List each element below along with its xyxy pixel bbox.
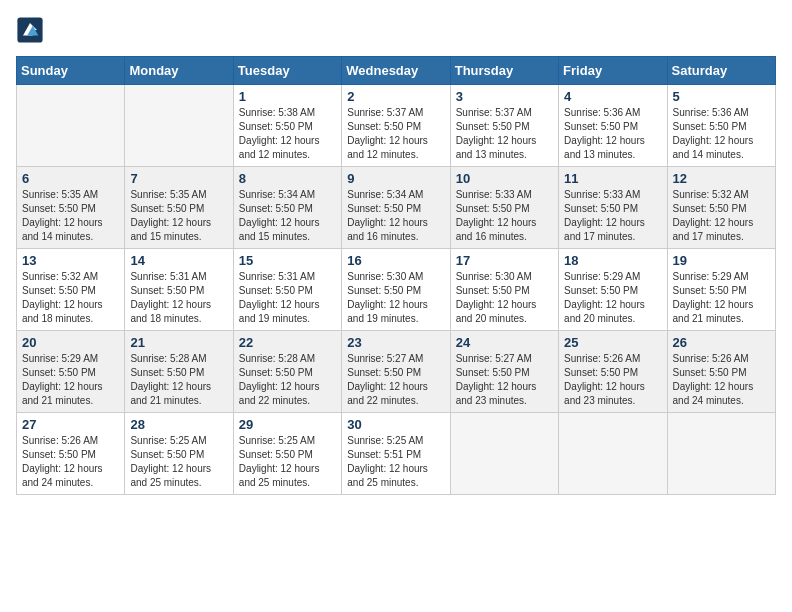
day-number: 18 xyxy=(564,253,661,268)
day-info: Sunrise: 5:36 AM Sunset: 5:50 PM Dayligh… xyxy=(564,106,661,162)
day-info: Sunrise: 5:33 AM Sunset: 5:50 PM Dayligh… xyxy=(564,188,661,244)
calendar-header-row: SundayMondayTuesdayWednesdayThursdayFrid… xyxy=(17,57,776,85)
day-number: 10 xyxy=(456,171,553,186)
calendar-day-cell: 9Sunrise: 5:34 AM Sunset: 5:50 PM Daylig… xyxy=(342,167,450,249)
day-number: 4 xyxy=(564,89,661,104)
day-info: Sunrise: 5:29 AM Sunset: 5:50 PM Dayligh… xyxy=(564,270,661,326)
day-number: 25 xyxy=(564,335,661,350)
day-info: Sunrise: 5:34 AM Sunset: 5:50 PM Dayligh… xyxy=(239,188,336,244)
day-number: 30 xyxy=(347,417,444,432)
calendar-day-cell: 7Sunrise: 5:35 AM Sunset: 5:50 PM Daylig… xyxy=(125,167,233,249)
calendar-day-cell: 23Sunrise: 5:27 AM Sunset: 5:50 PM Dayli… xyxy=(342,331,450,413)
day-info: Sunrise: 5:37 AM Sunset: 5:50 PM Dayligh… xyxy=(456,106,553,162)
calendar-week-row: 27Sunrise: 5:26 AM Sunset: 5:50 PM Dayli… xyxy=(17,413,776,495)
weekday-header: Sunday xyxy=(17,57,125,85)
calendar-day-cell: 2Sunrise: 5:37 AM Sunset: 5:50 PM Daylig… xyxy=(342,85,450,167)
weekday-header: Friday xyxy=(559,57,667,85)
day-number: 24 xyxy=(456,335,553,350)
day-info: Sunrise: 5:25 AM Sunset: 5:50 PM Dayligh… xyxy=(239,434,336,490)
day-number: 17 xyxy=(456,253,553,268)
calendar-day-cell: 4Sunrise: 5:36 AM Sunset: 5:50 PM Daylig… xyxy=(559,85,667,167)
day-info: Sunrise: 5:26 AM Sunset: 5:50 PM Dayligh… xyxy=(673,352,770,408)
day-number: 21 xyxy=(130,335,227,350)
calendar-day-cell: 11Sunrise: 5:33 AM Sunset: 5:50 PM Dayli… xyxy=(559,167,667,249)
day-info: Sunrise: 5:30 AM Sunset: 5:50 PM Dayligh… xyxy=(456,270,553,326)
calendar-day-cell: 17Sunrise: 5:30 AM Sunset: 5:50 PM Dayli… xyxy=(450,249,558,331)
calendar-day-cell: 6Sunrise: 5:35 AM Sunset: 5:50 PM Daylig… xyxy=(17,167,125,249)
calendar-day-cell: 28Sunrise: 5:25 AM Sunset: 5:50 PM Dayli… xyxy=(125,413,233,495)
logo-icon xyxy=(16,16,44,44)
calendar-day-cell: 19Sunrise: 5:29 AM Sunset: 5:50 PM Dayli… xyxy=(667,249,775,331)
calendar-day-cell xyxy=(17,85,125,167)
logo xyxy=(16,16,48,44)
calendar-week-row: 6Sunrise: 5:35 AM Sunset: 5:50 PM Daylig… xyxy=(17,167,776,249)
day-number: 8 xyxy=(239,171,336,186)
calendar-week-row: 13Sunrise: 5:32 AM Sunset: 5:50 PM Dayli… xyxy=(17,249,776,331)
day-number: 14 xyxy=(130,253,227,268)
calendar-day-cell: 10Sunrise: 5:33 AM Sunset: 5:50 PM Dayli… xyxy=(450,167,558,249)
day-number: 1 xyxy=(239,89,336,104)
page-header xyxy=(16,16,776,44)
weekday-header: Saturday xyxy=(667,57,775,85)
day-number: 15 xyxy=(239,253,336,268)
calendar-day-cell: 15Sunrise: 5:31 AM Sunset: 5:50 PM Dayli… xyxy=(233,249,341,331)
day-info: Sunrise: 5:26 AM Sunset: 5:50 PM Dayligh… xyxy=(22,434,119,490)
day-info: Sunrise: 5:32 AM Sunset: 5:50 PM Dayligh… xyxy=(22,270,119,326)
day-info: Sunrise: 5:32 AM Sunset: 5:50 PM Dayligh… xyxy=(673,188,770,244)
day-info: Sunrise: 5:29 AM Sunset: 5:50 PM Dayligh… xyxy=(673,270,770,326)
day-number: 26 xyxy=(673,335,770,350)
calendar-day-cell: 3Sunrise: 5:37 AM Sunset: 5:50 PM Daylig… xyxy=(450,85,558,167)
calendar-day-cell xyxy=(450,413,558,495)
calendar-week-row: 20Sunrise: 5:29 AM Sunset: 5:50 PM Dayli… xyxy=(17,331,776,413)
day-info: Sunrise: 5:25 AM Sunset: 5:50 PM Dayligh… xyxy=(130,434,227,490)
day-number: 7 xyxy=(130,171,227,186)
weekday-header: Thursday xyxy=(450,57,558,85)
day-number: 16 xyxy=(347,253,444,268)
day-info: Sunrise: 5:27 AM Sunset: 5:50 PM Dayligh… xyxy=(347,352,444,408)
calendar-week-row: 1Sunrise: 5:38 AM Sunset: 5:50 PM Daylig… xyxy=(17,85,776,167)
calendar-day-cell: 12Sunrise: 5:32 AM Sunset: 5:50 PM Dayli… xyxy=(667,167,775,249)
day-info: Sunrise: 5:25 AM Sunset: 5:51 PM Dayligh… xyxy=(347,434,444,490)
day-info: Sunrise: 5:28 AM Sunset: 5:50 PM Dayligh… xyxy=(130,352,227,408)
calendar-day-cell: 14Sunrise: 5:31 AM Sunset: 5:50 PM Dayli… xyxy=(125,249,233,331)
day-info: Sunrise: 5:27 AM Sunset: 5:50 PM Dayligh… xyxy=(456,352,553,408)
calendar-day-cell: 20Sunrise: 5:29 AM Sunset: 5:50 PM Dayli… xyxy=(17,331,125,413)
day-number: 23 xyxy=(347,335,444,350)
calendar-table: SundayMondayTuesdayWednesdayThursdayFrid… xyxy=(16,56,776,495)
day-info: Sunrise: 5:36 AM Sunset: 5:50 PM Dayligh… xyxy=(673,106,770,162)
day-info: Sunrise: 5:38 AM Sunset: 5:50 PM Dayligh… xyxy=(239,106,336,162)
day-info: Sunrise: 5:31 AM Sunset: 5:50 PM Dayligh… xyxy=(239,270,336,326)
day-number: 29 xyxy=(239,417,336,432)
day-info: Sunrise: 5:26 AM Sunset: 5:50 PM Dayligh… xyxy=(564,352,661,408)
weekday-header: Wednesday xyxy=(342,57,450,85)
calendar-day-cell: 24Sunrise: 5:27 AM Sunset: 5:50 PM Dayli… xyxy=(450,331,558,413)
day-number: 28 xyxy=(130,417,227,432)
day-info: Sunrise: 5:35 AM Sunset: 5:50 PM Dayligh… xyxy=(22,188,119,244)
calendar-day-cell: 27Sunrise: 5:26 AM Sunset: 5:50 PM Dayli… xyxy=(17,413,125,495)
day-number: 22 xyxy=(239,335,336,350)
calendar-day-cell: 29Sunrise: 5:25 AM Sunset: 5:50 PM Dayli… xyxy=(233,413,341,495)
day-number: 27 xyxy=(22,417,119,432)
day-info: Sunrise: 5:34 AM Sunset: 5:50 PM Dayligh… xyxy=(347,188,444,244)
day-number: 3 xyxy=(456,89,553,104)
day-info: Sunrise: 5:28 AM Sunset: 5:50 PM Dayligh… xyxy=(239,352,336,408)
calendar-day-cell: 21Sunrise: 5:28 AM Sunset: 5:50 PM Dayli… xyxy=(125,331,233,413)
day-info: Sunrise: 5:37 AM Sunset: 5:50 PM Dayligh… xyxy=(347,106,444,162)
day-number: 5 xyxy=(673,89,770,104)
day-info: Sunrise: 5:35 AM Sunset: 5:50 PM Dayligh… xyxy=(130,188,227,244)
day-number: 9 xyxy=(347,171,444,186)
calendar-day-cell: 30Sunrise: 5:25 AM Sunset: 5:51 PM Dayli… xyxy=(342,413,450,495)
calendar-day-cell: 18Sunrise: 5:29 AM Sunset: 5:50 PM Dayli… xyxy=(559,249,667,331)
day-number: 11 xyxy=(564,171,661,186)
calendar-day-cell: 1Sunrise: 5:38 AM Sunset: 5:50 PM Daylig… xyxy=(233,85,341,167)
calendar-day-cell: 13Sunrise: 5:32 AM Sunset: 5:50 PM Dayli… xyxy=(17,249,125,331)
day-number: 20 xyxy=(22,335,119,350)
day-number: 2 xyxy=(347,89,444,104)
day-info: Sunrise: 5:31 AM Sunset: 5:50 PM Dayligh… xyxy=(130,270,227,326)
day-number: 19 xyxy=(673,253,770,268)
weekday-header: Tuesday xyxy=(233,57,341,85)
weekday-header: Monday xyxy=(125,57,233,85)
calendar-day-cell xyxy=(559,413,667,495)
calendar-day-cell: 22Sunrise: 5:28 AM Sunset: 5:50 PM Dayli… xyxy=(233,331,341,413)
day-info: Sunrise: 5:30 AM Sunset: 5:50 PM Dayligh… xyxy=(347,270,444,326)
